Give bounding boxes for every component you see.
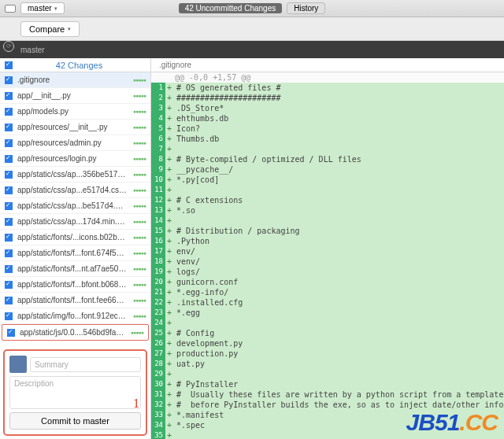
plus-icon: + bbox=[165, 277, 173, 287]
file-name: .gitignore bbox=[17, 76, 128, 84]
window-icon bbox=[5, 5, 16, 13]
code-text: env/ bbox=[173, 246, 504, 256]
file-checkbox[interactable] bbox=[7, 329, 15, 337]
sync-icon[interactable]: ⟳ bbox=[3, 41, 14, 52]
file-row[interactable]: app/resources/admin.py●●●●● bbox=[0, 135, 150, 151]
plus-icon: + bbox=[165, 287, 173, 297]
line-number: 10 bbox=[151, 175, 165, 185]
diff-stat-added-icon: ●●●●● bbox=[133, 172, 146, 177]
line-number: 11 bbox=[151, 185, 165, 195]
file-checkbox[interactable] bbox=[5, 171, 13, 179]
plus-icon: + bbox=[165, 256, 173, 267]
file-name: app/resources/__init__.py bbox=[17, 123, 128, 131]
file-row[interactable]: app/resources/__init__.py●●●●● bbox=[0, 120, 150, 135]
code-text: # Config bbox=[173, 328, 504, 338]
file-checkbox[interactable] bbox=[5, 202, 13, 210]
diff-line: 19+logs/ bbox=[151, 267, 504, 277]
code-text: uat.py bbox=[173, 359, 504, 369]
code-text: # Byte-compiled / optimized / DLL files bbox=[173, 154, 504, 164]
file-row[interactable]: app/static/css/ap...be517d4.min.css●●●●● bbox=[0, 198, 150, 214]
line-number: 24 bbox=[151, 318, 165, 328]
plus-icon: + bbox=[165, 349, 173, 359]
line-number: 21 bbox=[151, 287, 165, 297]
file-checkbox[interactable] bbox=[5, 312, 13, 320]
plus-icon: + bbox=[165, 144, 173, 154]
file-name: app/static/fonts/...icons.b02bdc1.ttf bbox=[17, 233, 128, 242]
file-row[interactable]: app/static/css/ap...e517d4.css.map●●●●● bbox=[0, 183, 150, 198]
file-name: app/static/fonts/f...bfont.b0687ff.ttf bbox=[17, 280, 128, 289]
file-row[interactable]: app/resources/login.py●●●●● bbox=[0, 151, 150, 167]
file-name: app/static/css/ap...e517d4.css.map bbox=[17, 186, 128, 194]
file-checkbox[interactable] bbox=[5, 76, 13, 84]
code-text: # C extensions bbox=[173, 195, 504, 205]
file-checkbox[interactable] bbox=[5, 108, 13, 116]
line-number: 12 bbox=[151, 195, 165, 205]
file-row[interactable]: app/static/fonts/f...font.fee66e7.woff●●… bbox=[0, 293, 150, 308]
diff-line: 6+Thumbs.db bbox=[151, 134, 504, 144]
diff-line: 8+# Byte-compiled / optimized / DLL file… bbox=[151, 154, 504, 164]
summary-input[interactable]: Summary bbox=[30, 357, 141, 372]
diff-line: 4+ehthumbs.db bbox=[151, 113, 504, 124]
file-checkbox[interactable] bbox=[5, 186, 13, 194]
diff-line: 14+ bbox=[151, 216, 504, 226]
diff-stat-added-icon: ●●●●● bbox=[131, 330, 143, 335]
diff-line: 22+.installed.cfg bbox=[151, 297, 504, 308]
file-checkbox[interactable] bbox=[5, 297, 13, 304]
file-checkbox[interactable] bbox=[5, 218, 13, 226]
line-number: 34 bbox=[151, 420, 165, 430]
commit-button[interactable]: Commit to master bbox=[9, 412, 141, 430]
description-input[interactable]: Description bbox=[9, 376, 141, 409]
diff-line: 24+ bbox=[151, 318, 504, 328]
line-number: 25 bbox=[151, 328, 165, 338]
file-row[interactable]: app/static/css/ap...356be517d4.css●●●●● bbox=[0, 167, 150, 183]
diff-line: 20+gunicorn.conf bbox=[151, 277, 504, 287]
file-checkbox[interactable] bbox=[5, 234, 13, 242]
file-checkbox[interactable] bbox=[5, 155, 13, 163]
diff-line: 3+.DS_Store* bbox=[151, 103, 504, 113]
toolbar: Compare bbox=[0, 17, 504, 41]
plus-icon: + bbox=[165, 359, 173, 369]
uncommitted-changes-badge[interactable]: 42 Uncommitted Changes bbox=[179, 3, 283, 13]
file-row[interactable]: .gitignore●●●●● bbox=[0, 72, 150, 88]
file-row[interactable]: app/static/css/ap...17d4.min.min.css●●●●… bbox=[0, 214, 150, 230]
file-row[interactable]: app/static/fonts/f...font.674f50d.eot●●●… bbox=[0, 245, 150, 261]
diff-hunk-header: @@ -0,0 +1,57 @@ bbox=[151, 72, 504, 83]
file-row[interactable]: app/static/fonts/f...nt.af7ae50.woff2●●●… bbox=[0, 261, 150, 277]
plus-icon: + bbox=[165, 124, 173, 134]
diff-line: 1+# OS generated files # bbox=[151, 83, 504, 93]
code-text: Thumbs.db bbox=[173, 134, 504, 144]
plus-icon: + bbox=[165, 175, 173, 185]
code-text: # OS generated files # bbox=[173, 83, 504, 93]
plus-icon: + bbox=[165, 246, 173, 256]
line-number: 2 bbox=[151, 93, 165, 103]
file-row[interactable]: app/static/js/0.0....546bd9fa250d.js●●●●… bbox=[2, 324, 149, 341]
file-row[interactable]: app/static/fonts/...icons.b02bdc1.ttf●●●… bbox=[0, 230, 150, 245]
file-checkbox[interactable] bbox=[5, 124, 13, 131]
diff-stat-added-icon: ●●●●● bbox=[133, 282, 146, 287]
plus-icon: + bbox=[165, 226, 173, 236]
file-row[interactable]: app/static/fonts/f...bfont.b0687ff.ttf●●… bbox=[0, 277, 150, 293]
plus-icon: + bbox=[165, 154, 173, 164]
file-checkbox[interactable] bbox=[5, 281, 13, 289]
select-all-checkbox[interactable] bbox=[5, 61, 13, 69]
diff-stat-added-icon: ●●●●● bbox=[133, 297, 146, 303]
diff-line: 16+.Python bbox=[151, 236, 504, 246]
code-text bbox=[173, 369, 504, 379]
file-checkbox[interactable] bbox=[5, 265, 13, 273]
plus-icon: + bbox=[165, 430, 173, 439]
code-text: logs/ bbox=[173, 267, 504, 277]
history-tab[interactable]: History bbox=[287, 2, 325, 14]
file-checkbox[interactable] bbox=[5, 139, 13, 147]
file-checkbox[interactable] bbox=[5, 92, 13, 100]
line-number: 26 bbox=[151, 338, 165, 349]
file-name: app/static/css/ap...be517d4.min.css bbox=[17, 201, 128, 210]
plus-icon: + bbox=[165, 410, 173, 420]
file-row[interactable]: app/__init__.py●●●●● bbox=[0, 88, 150, 104]
file-row[interactable]: app/static/img/fo...font.912ec66.svg●●●●… bbox=[0, 308, 150, 324]
file-row[interactable]: app/models.py●●●●● bbox=[0, 104, 150, 120]
branch-selector[interactable]: master bbox=[20, 2, 65, 14]
compare-button[interactable]: Compare bbox=[20, 21, 80, 37]
line-number: 23 bbox=[151, 308, 165, 318]
diff-line: 25+# Config bbox=[151, 328, 504, 338]
file-checkbox[interactable] bbox=[5, 249, 13, 257]
